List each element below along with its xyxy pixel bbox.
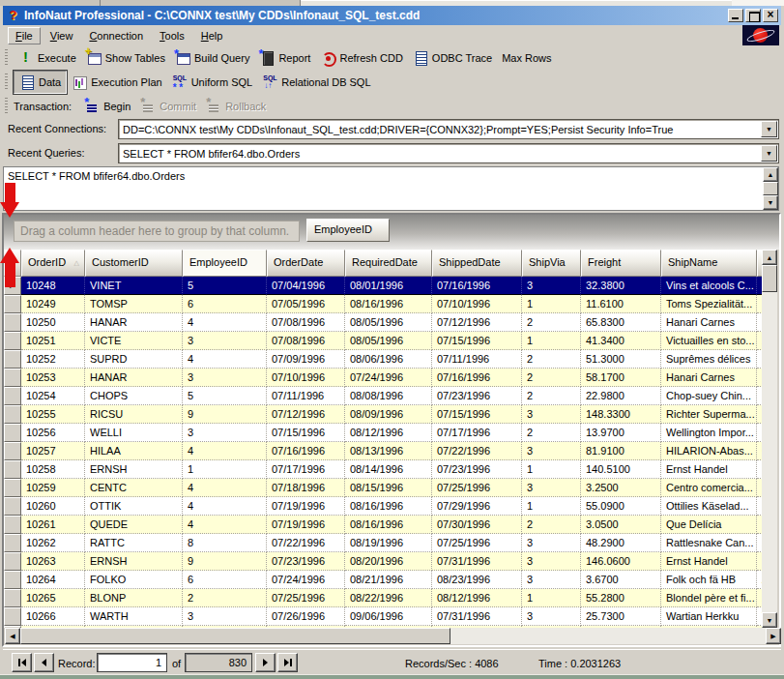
record-number-input[interactable]: 1 — [97, 653, 167, 672]
execute-button[interactable]: Execute — [14, 47, 81, 69]
row-selector[interactable] — [4, 313, 21, 332]
table-row[interactable]: 10258ERNSH107/17/199608/14/199607/23/199… — [4, 460, 766, 479]
maximize-button[interactable] — [745, 9, 761, 22]
column-header-shipname[interactable]: ShipName — [661, 250, 757, 277]
table-row[interactable]: 10261QUEDE407/19/199608/16/199607/30/199… — [4, 516, 766, 534]
table-row[interactable]: 10263ERNSH907/23/199608/20/199607/31/199… — [4, 552, 766, 571]
table-row[interactable]: 10260OTTIK407/19/199608/16/199607/29/199… — [4, 497, 766, 516]
scrollbar-thumb[interactable] — [762, 265, 777, 292]
chevron-down-icon[interactable]: ▼ — [761, 145, 777, 162]
cell-orderid: 10261 — [21, 516, 85, 534]
table-row[interactable]: 10250HANAR407/08/199608/05/199607/12/199… — [4, 313, 766, 332]
column-header-requireddate[interactable]: RequiredDate — [345, 250, 432, 277]
grid-horizontal-scrollbar[interactable]: ◀ ▶ — [5, 628, 781, 644]
row-selector[interactable] — [4, 332, 21, 350]
scrollbar-thumb[interactable] — [763, 182, 778, 195]
row-selector[interactable] — [4, 479, 21, 497]
row-selector[interactable] — [4, 516, 21, 534]
scroll-up-icon[interactable]: ▲ — [763, 167, 778, 182]
scroll-down-icon[interactable]: ▼ — [763, 195, 778, 210]
row-selector[interactable] — [4, 295, 21, 313]
title-bar[interactable]: ? InfoNaut Professional - C:\CONNX test\… — [3, 6, 781, 25]
menu-view[interactable]: View — [44, 28, 80, 44]
row-selector[interactable] — [4, 424, 21, 442]
row-selector[interactable] — [4, 369, 21, 387]
max-rows-button[interactable]: Max Rows — [497, 49, 556, 67]
next-record-button[interactable] — [255, 653, 276, 672]
scrollbar-thumb[interactable] — [20, 628, 450, 644]
previous-record-button[interactable] — [34, 653, 54, 672]
table-row[interactable]: 10255RICSU907/12/199608/09/199607/15/199… — [4, 405, 766, 424]
grid-vertical-scrollbar[interactable]: ▲ ▼ — [762, 250, 777, 628]
minimize-button[interactable] — [728, 9, 743, 22]
column-header-customerid[interactable]: CustomerID — [85, 250, 183, 277]
row-selector[interactable] — [4, 589, 21, 607]
close-button[interactable] — [763, 9, 778, 22]
menu-connection[interactable]: Connection — [82, 28, 150, 44]
column-header-freight[interactable]: Freight — [581, 250, 661, 277]
menu-help[interactable]: Help — [194, 28, 230, 44]
table-row[interactable]: ▶10248VINET507/04/199608/01/199607/16/19… — [4, 277, 766, 295]
row-selector[interactable] — [4, 387, 21, 405]
table-row[interactable]: 10265BLONP207/25/199608/22/199608/12/199… — [4, 589, 766, 607]
table-row[interactable]: 10266WARTH307/26/199609/06/199607/31/199… — [4, 607, 766, 626]
cell-freight: 22.9800 — [581, 387, 661, 405]
menu-file[interactable]: File — [8, 27, 41, 44]
scroll-right-icon[interactable]: ▶ — [766, 628, 781, 644]
row-selector[interactable] — [4, 552, 21, 571]
row-selector[interactable] — [4, 571, 21, 589]
row-selector[interactable] — [4, 405, 21, 424]
rollback-button[interactable]: Rollback — [201, 96, 271, 117]
tab-data[interactable]: Data — [14, 71, 67, 94]
recent-connections-combobox[interactable]: DD=C:\CONNX test\My CDDs\Infonaut_SQL_te… — [118, 119, 779, 139]
tab-execution-plan[interactable]: Execution Plan — [67, 72, 166, 93]
table-row[interactable]: 10262RATTC807/22/199608/19/199607/25/199… — [4, 534, 766, 552]
scroll-up-icon[interactable]: ▲ — [762, 250, 777, 265]
refresh-cdd-button[interactable]: Refresh CDD — [315, 47, 407, 69]
table-row[interactable]: 10264FOLKO607/24/199608/21/199608/23/199… — [4, 571, 766, 589]
chevron-down-icon[interactable]: ▼ — [761, 121, 777, 137]
table-row[interactable]: 10256WELLI307/15/199608/12/199607/17/199… — [4, 424, 766, 442]
row-selector[interactable] — [4, 460, 21, 479]
build-query-button[interactable]: Build Query — [170, 47, 254, 69]
report-button[interactable]: Report — [254, 47, 315, 69]
last-record-button[interactable] — [277, 653, 298, 672]
table-row[interactable]: 10254CHOPS507/11/199608/08/199607/23/199… — [4, 387, 766, 405]
column-header-shipvia[interactable]: ShipVia — [522, 250, 581, 277]
tab-relational-db-sql[interactable]: Relational DB SQL — [257, 72, 375, 93]
row-selector[interactable] — [4, 607, 21, 626]
table-row[interactable]: 10249TOMSP607/05/199608/16/199607/10/199… — [4, 295, 766, 313]
menu-tools[interactable]: Tools — [153, 28, 191, 44]
column-header-orderdate[interactable]: OrderDate — [267, 250, 345, 277]
column-header-shippeddate[interactable]: ShippedDate — [432, 250, 522, 277]
row-selector[interactable] — [4, 350, 21, 369]
toolbar-grip[interactable] — [5, 98, 8, 115]
show-tables-button[interactable]: Show Tables — [81, 47, 170, 69]
begin-transaction-button[interactable]: Begin — [79, 96, 135, 117]
group-chip-employeeid[interactable]: EmployeeID — [306, 219, 390, 242]
toolbar-grip[interactable] — [5, 49, 8, 67]
table-row[interactable]: 10259CENTC407/18/199608/15/199607/25/199… — [4, 479, 766, 497]
cell-freight: 148.3300 — [581, 405, 661, 424]
toolbar-grip[interactable] — [5, 74, 8, 91]
table-row[interactable]: 10252SUPRD407/09/199608/06/199607/11/199… — [4, 350, 766, 369]
table-row[interactable]: 10257HILAA407/16/199608/13/199607/22/199… — [4, 442, 766, 460]
table-row[interactable]: 10251VICTE307/08/199608/05/199607/15/199… — [4, 332, 766, 350]
row-selector[interactable] — [4, 534, 21, 552]
column-header-employeeid[interactable]: EmployeeID — [183, 250, 267, 277]
recent-queries-combobox[interactable]: SELECT * FROM bfifer64.dbo.Orders ▼ — [118, 143, 779, 163]
scroll-down-icon[interactable]: ▼ — [762, 612, 777, 628]
sql-editor-scrollbar[interactable]: ▲ ▼ — [763, 167, 778, 210]
group-by-panel[interactable]: Drag a column header here to group by th… — [4, 215, 779, 250]
cell-shipname: Wartian Herkku — [661, 607, 757, 626]
table-row[interactable]: 10253HANAR307/10/199607/24/199607/16/199… — [4, 369, 766, 387]
column-header-orderid[interactable]: OrderID△ — [21, 250, 85, 277]
row-selector[interactable] — [4, 497, 21, 516]
odbc-trace-button[interactable]: ODBC Trace — [408, 47, 497, 69]
scroll-left-icon[interactable]: ◀ — [5, 628, 20, 644]
sql-editor[interactable]: SELECT * FROM bfifer64.dbo.Orders ▲ ▼ — [3, 166, 779, 211]
tab-uniform-sql[interactable]: Uniform SQL — [167, 72, 258, 93]
row-selector[interactable] — [4, 442, 21, 460]
first-record-button[interactable] — [12, 653, 32, 672]
commit-button[interactable]: Commit — [135, 96, 201, 117]
